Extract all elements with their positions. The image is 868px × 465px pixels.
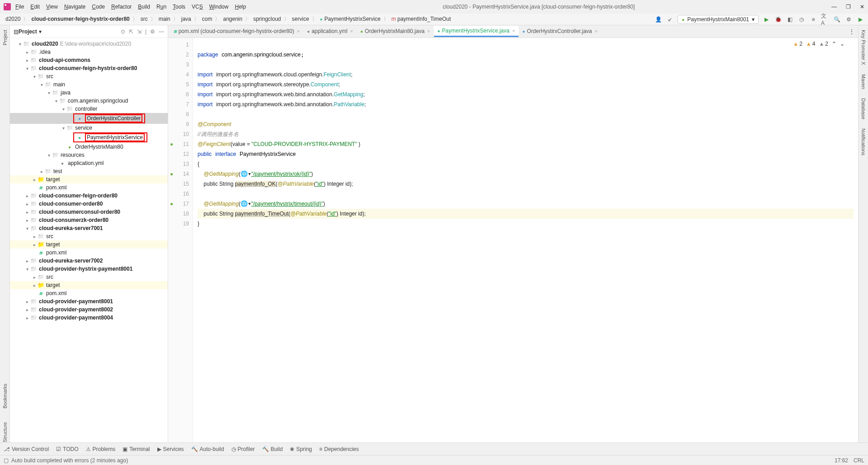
tool-build[interactable]: 🔨 Build bbox=[262, 446, 283, 452]
tab-menu-icon[interactable]: ⋮ bbox=[845, 28, 858, 35]
tree-item-src[interactable]: ▸src bbox=[10, 273, 168, 281]
tool-terminal[interactable]: ▣ Terminal bbox=[123, 446, 150, 452]
expand-icon[interactable]: ⇱ bbox=[129, 28, 133, 35]
editor-tab[interactable]: OrderHystirxController.java× bbox=[519, 26, 601, 37]
close-tab-icon[interactable]: × bbox=[427, 28, 430, 34]
hide-icon[interactable]: — bbox=[159, 28, 164, 35]
tree-item-target[interactable]: ▸target bbox=[10, 240, 168, 249]
project-tool-tab[interactable]: Project bbox=[2, 30, 8, 45]
tree-item-cloud2020[interactable]: ▾cloud2020E:\idea-workspace\cloud2020 bbox=[10, 40, 168, 48]
notifications-tab[interactable]: Notifications bbox=[861, 128, 866, 155]
close-button[interactable]: ✕ bbox=[860, 4, 864, 10]
menu-view[interactable]: View bbox=[46, 4, 58, 10]
maven-tab[interactable]: Maven bbox=[861, 74, 866, 89]
tree-item-cloud-eureka-server7001[interactable]: ▾cloud-eureka-server7001 bbox=[10, 224, 168, 232]
tree-item-PaymentHystrixService[interactable]: PaymentHystrixService bbox=[10, 132, 168, 143]
menu-tools[interactable]: Tools bbox=[173, 4, 185, 10]
breadcrumb-3[interactable]: main bbox=[157, 15, 172, 23]
build-arrow-icon[interactable]: ↙ bbox=[666, 15, 674, 23]
tree-item-pom.xml[interactable]: pom.xml bbox=[10, 289, 168, 297]
stop-button[interactable]: ■ bbox=[809, 15, 817, 23]
coverage-button[interactable]: ◧ bbox=[786, 15, 794, 23]
breadcrumb-6[interactable]: angenin bbox=[221, 15, 244, 23]
tree-item-target[interactable]: ▸target bbox=[10, 281, 168, 289]
breadcrumb-5[interactable]: com bbox=[200, 15, 214, 23]
breadcrumb-0[interactable]: d2020 bbox=[4, 15, 22, 23]
tree-item-com.angenin.springcloud[interactable]: ▾com.angenin.springcloud bbox=[10, 97, 168, 105]
code-editor[interactable]: package com.angenin.springcloud.service;… bbox=[193, 38, 858, 442]
tree-item-cloud-api-commons[interactable]: ▸cloud-api-commons bbox=[10, 56, 168, 64]
tree-item-cloud-consumer-order80[interactable]: ▸cloud-consumer-order80 bbox=[10, 200, 168, 208]
profile-button[interactable]: ◷ bbox=[797, 15, 806, 23]
tree-item-resources[interactable]: ▾resources bbox=[10, 151, 168, 159]
run-anything-icon[interactable]: ▶ bbox=[856, 15, 864, 23]
tree-item-cloud-provider-payment8001[interactable]: ▸cloud-provider-payment8001 bbox=[10, 297, 168, 305]
search-icon[interactable]: 🔍 bbox=[833, 15, 841, 23]
tree-item-main[interactable]: ▾main bbox=[10, 80, 168, 89]
menu-build[interactable]: Build bbox=[138, 4, 150, 10]
tree-item-java[interactable]: ▾java bbox=[10, 89, 168, 97]
tree-item-cloud-consumer-feign-hystrix-order80[interactable]: ▾cloud-consumer-feign-hystrix-order80 bbox=[10, 64, 168, 72]
tree-item-application.yml[interactable]: application.yml bbox=[10, 159, 168, 167]
tree-item-controller[interactable]: ▾controller bbox=[10, 105, 168, 113]
minimize-button[interactable]: — bbox=[831, 4, 837, 10]
close-tab-icon[interactable]: × bbox=[512, 28, 515, 33]
breadcrumb-10[interactable]: m paymentInfo_TimeOut bbox=[390, 15, 453, 23]
tree-item-OrderHystrixMain80[interactable]: OrderHystrixMain80 bbox=[10, 143, 168, 151]
settings-icon[interactable]: ⚙ bbox=[844, 15, 853, 23]
translate-icon[interactable]: 文A bbox=[821, 15, 829, 23]
database-tab[interactable]: Database bbox=[861, 98, 866, 119]
tree-item-target[interactable]: ▸target bbox=[10, 175, 168, 183]
chevron-down-icon[interactable]: ▾ bbox=[39, 28, 42, 35]
tree-item-cloud-consumer-feign-order80[interactable]: ▸cloud-consumer-feign-order80 bbox=[10, 192, 168, 200]
close-tab-icon[interactable]: × bbox=[350, 28, 353, 34]
breadcrumb-1[interactable]: cloud-consumer-feign-hystrix-order80 bbox=[29, 15, 131, 23]
debug-button[interactable]: 🐞 bbox=[774, 15, 782, 23]
menu-vcs[interactable]: VCS bbox=[192, 4, 203, 10]
menu-run[interactable]: Run bbox=[156, 4, 166, 10]
editor-tab[interactable]: application.yml× bbox=[303, 26, 357, 37]
editor-tab[interactable]: pom.xml (cloud-consumer-feign-hystrix-or… bbox=[170, 26, 303, 37]
close-tab-icon[interactable]: × bbox=[595, 28, 598, 34]
collapse-icon[interactable]: ⇲ bbox=[137, 28, 142, 35]
tree-item-service[interactable]: ▾service bbox=[10, 124, 168, 132]
tool-profiler[interactable]: ◷ Profiler bbox=[231, 446, 255, 452]
key-promoter-tab[interactable]: Key Promoter X bbox=[861, 30, 866, 65]
breadcrumb-9[interactable]: PaymentHystrixService bbox=[318, 15, 382, 23]
breadcrumb-2[interactable]: src bbox=[139, 15, 150, 23]
menu-help[interactable]: Help bbox=[235, 4, 246, 10]
tool-services[interactable]: ▶ Services bbox=[157, 446, 184, 452]
tree-item-pom.xml[interactable]: pom.xml bbox=[10, 183, 168, 192]
chevron-down-icon[interactable]: ⌄ bbox=[840, 41, 844, 47]
tool-auto-build[interactable]: 🔨 Auto-build bbox=[191, 446, 224, 452]
tree-item-src[interactable]: ▸src bbox=[10, 232, 168, 240]
menu-edit[interactable]: Edit bbox=[30, 4, 40, 10]
tree-item-cloud-provider-hystrix-payment8001[interactable]: ▾cloud-provider-hystrix-payment8001 bbox=[10, 265, 168, 273]
menu-navigate[interactable]: Navigate bbox=[64, 4, 85, 10]
settings-icon[interactable]: ⚙ bbox=[150, 28, 155, 35]
tree-item-cloud-eureka-server7002[interactable]: ▸cloud-eureka-server7002 bbox=[10, 257, 168, 265]
tool-dependencies[interactable]: ≡ Dependencies bbox=[319, 446, 359, 452]
tree-item-cloud-consumerconsul-order80[interactable]: ▸cloud-consumerconsul-order80 bbox=[10, 208, 168, 216]
tree-item-cloud-provider-payment8002[interactable]: ▸cloud-provider-payment8002 bbox=[10, 305, 168, 314]
tree-item-src[interactable]: ▾src bbox=[10, 72, 168, 80]
tool-todo[interactable]: ☑ TODO bbox=[56, 446, 78, 452]
maximize-button[interactable]: ❐ bbox=[846, 4, 851, 10]
tree-item-cloud-provider-payment8004[interactable]: ▸cloud-provider-payment8004 bbox=[10, 314, 168, 322]
menu-window[interactable]: Window bbox=[209, 4, 229, 10]
project-tree[interactable]: ▾cloud2020E:\idea-workspace\cloud2020▸.i… bbox=[10, 38, 168, 442]
user-icon[interactable]: 👤 bbox=[654, 15, 662, 23]
menu-code[interactable]: Code bbox=[92, 4, 105, 10]
locate-icon[interactable]: ⊙ bbox=[121, 28, 125, 35]
breadcrumb-7[interactable]: springcloud bbox=[251, 15, 283, 23]
editor-tab[interactable]: PaymentHystrixService.java× bbox=[434, 26, 519, 37]
bookmarks-tool-tab[interactable]: Bookmarks bbox=[2, 384, 8, 409]
run-button[interactable]: ▶ bbox=[762, 15, 770, 23]
structure-tool-tab[interactable]: Structure bbox=[2, 422, 8, 442]
breadcrumb-8[interactable]: service bbox=[290, 15, 311, 23]
tree-item-pom.xml[interactable]: pom.xml bbox=[10, 249, 168, 257]
tool-spring[interactable]: ❀ Spring bbox=[290, 446, 312, 452]
tool-problems[interactable]: ⚠ Problems bbox=[86, 446, 116, 452]
chevron-up-icon[interactable]: ⌃ bbox=[832, 41, 836, 47]
tree-item-cloud-consumerzk-order80[interactable]: ▸cloud-consumerzk-order80 bbox=[10, 216, 168, 224]
